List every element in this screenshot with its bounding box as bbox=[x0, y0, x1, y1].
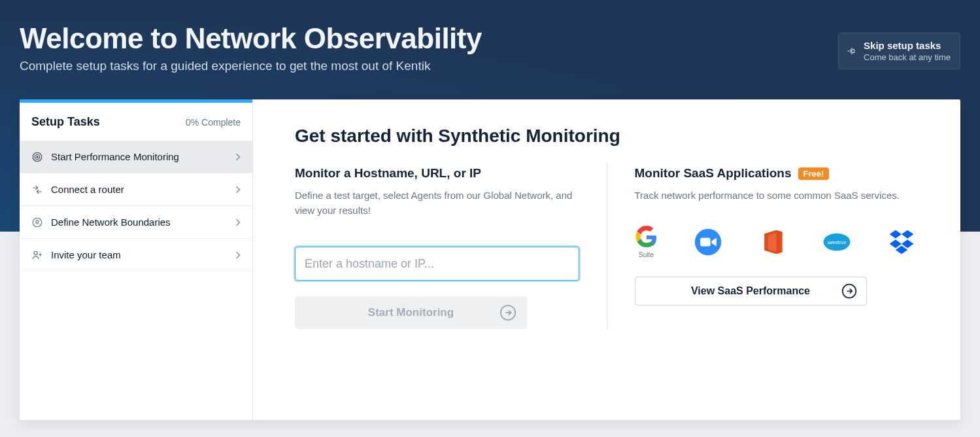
task-item-invite[interactable]: Invite your team bbox=[20, 239, 252, 271]
main-panel: Get started with Synthetic Monitoring Mo… bbox=[253, 99, 960, 420]
chevron-right-icon bbox=[235, 218, 241, 227]
setup-tasks-sidebar: Setup Tasks 0% Complete Start Performanc… bbox=[20, 99, 253, 420]
gsuite-label: Suite bbox=[639, 251, 654, 258]
tasks-progress: 0% Complete bbox=[186, 117, 241, 128]
zoom-logo bbox=[694, 228, 722, 256]
svg-rect-7 bbox=[700, 237, 711, 246]
saas-section: Monitor SaaS Applications Free! Track ne… bbox=[635, 166, 919, 329]
dropbox-logo bbox=[887, 228, 916, 256]
view-saas-button[interactable]: View SaaS Performance bbox=[635, 277, 867, 306]
add-user-icon bbox=[31, 249, 43, 261]
tasks-header: Setup Tasks 0% Complete bbox=[20, 99, 252, 141]
start-monitoring-button[interactable]: Start Monitoring bbox=[295, 296, 527, 329]
task-item-router[interactable]: Connect a router bbox=[20, 173, 252, 206]
skip-setup-button[interactable]: Skip setup tasks Come back at any time bbox=[838, 33, 960, 69]
tasks-title: Setup Tasks bbox=[31, 115, 100, 129]
svg-text:salesforce: salesforce bbox=[828, 240, 847, 245]
task-label: Connect a router bbox=[51, 184, 124, 195]
compass-icon bbox=[31, 217, 43, 228]
skip-subtitle: Come back at any time bbox=[864, 52, 951, 62]
target-icon bbox=[31, 151, 43, 163]
svg-point-4 bbox=[34, 251, 37, 254]
view-saas-label: View SaaS Performance bbox=[691, 285, 810, 297]
arrow-in-icon bbox=[847, 46, 856, 56]
page-subtitle: Complete setup tasks for a guided experi… bbox=[20, 59, 960, 73]
start-monitoring-label: Start Monitoring bbox=[368, 306, 454, 319]
task-label: Define Network Boundaries bbox=[51, 217, 171, 228]
panel-title: Get started with Synthetic Monitoring bbox=[295, 126, 919, 147]
salesforce-logo: salesforce bbox=[822, 228, 851, 256]
task-label: Start Performance Monitoring bbox=[51, 151, 179, 162]
task-label: Invite your team bbox=[51, 249, 121, 260]
column-divider bbox=[607, 162, 607, 329]
free-badge: Free! bbox=[798, 167, 830, 180]
task-item-boundaries[interactable]: Define Network Boundaries bbox=[20, 206, 252, 239]
arrow-circle-icon bbox=[841, 283, 857, 299]
task-item-performance[interactable]: Start Performance Monitoring bbox=[20, 141, 252, 173]
hostname-heading: Monitor a Hostname, URL, or IP bbox=[295, 166, 579, 181]
saas-desc: Track network performance to some common… bbox=[635, 188, 919, 203]
hostname-desc: Define a test target, select Agents from… bbox=[295, 188, 579, 218]
chevron-right-icon bbox=[235, 251, 241, 260]
gsuite-logo: Suite bbox=[635, 226, 658, 258]
svg-point-3 bbox=[33, 218, 42, 227]
svg-point-2 bbox=[37, 156, 38, 157]
chevron-right-icon bbox=[235, 152, 241, 162]
saas-heading: Monitor SaaS Applications bbox=[635, 166, 792, 181]
router-icon bbox=[31, 184, 43, 196]
hostname-section: Monitor a Hostname, URL, or IP Define a … bbox=[295, 166, 579, 329]
page-title: Welcome to Network Observability bbox=[20, 22, 960, 55]
saas-logos: Suite bbox=[635, 226, 916, 258]
skip-title: Skip setup tasks bbox=[864, 40, 951, 51]
hostname-input[interactable] bbox=[295, 247, 579, 281]
office-logo bbox=[758, 228, 787, 256]
onboarding-card: Setup Tasks 0% Complete Start Performanc… bbox=[20, 99, 960, 420]
chevron-right-icon bbox=[235, 185, 241, 194]
arrow-circle-icon bbox=[499, 304, 516, 321]
